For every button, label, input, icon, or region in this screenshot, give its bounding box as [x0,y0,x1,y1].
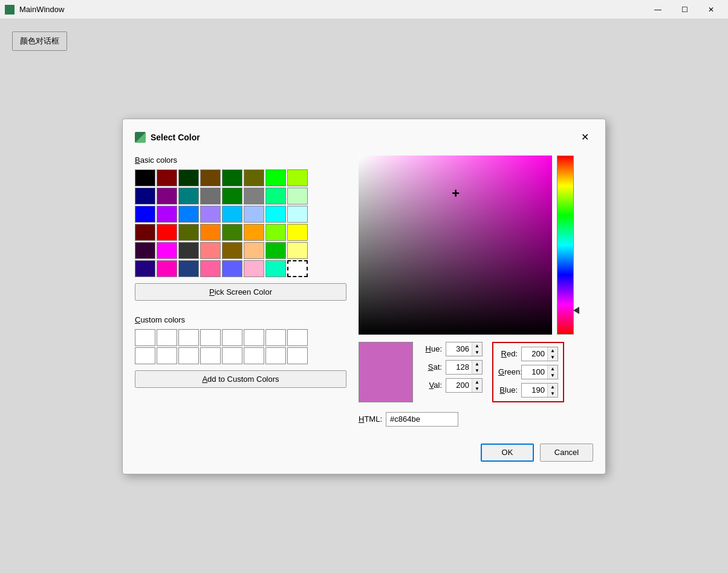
basic-color-swatch[interactable] [222,169,242,186]
dialog-close-button[interactable]: ✕ [576,129,593,146]
sat-up-button[interactable]: ▲ [472,361,482,367]
ok-button[interactable]: OK [481,444,534,462]
custom-color-swatch[interactable] [244,347,264,364]
blue-down-button[interactable]: ▼ [548,390,557,397]
basic-color-swatch[interactable] [265,169,286,186]
val-spinbox[interactable]: 200 ▲ ▼ [446,378,483,393]
basic-color-swatch[interactable] [265,224,286,241]
custom-color-swatch[interactable] [178,329,199,346]
minimize-button[interactable]: — [646,0,670,19]
basic-color-swatch[interactable] [178,242,199,259]
basic-color-swatch[interactable] [222,260,242,277]
basic-color-swatch[interactable] [157,224,177,241]
basic-color-swatch[interactable] [222,206,242,223]
custom-color-swatch[interactable] [178,347,199,364]
green-spinbox[interactable]: 100 ▲ ▼ [521,365,558,379]
green-input[interactable]: 100 [522,365,547,379]
green-up-button[interactable]: ▲ [548,365,557,372]
custom-color-swatch[interactable] [287,347,308,364]
basic-color-swatch[interactable] [265,206,286,223]
basic-color-swatch[interactable] [135,260,155,277]
val-up-button[interactable]: ▲ [472,379,482,385]
basic-color-swatch[interactable] [200,206,221,223]
html-color-input[interactable]: #c864be [386,412,458,427]
basic-color-swatch[interactable] [178,224,199,241]
basic-color-swatch[interactable] [157,242,177,259]
pick-screen-color-button[interactable]: Pick Screen Color [135,283,346,301]
val-down-button[interactable]: ▼ [472,385,482,392]
basic-color-swatch[interactable] [135,188,155,205]
custom-color-swatch[interactable] [265,329,286,346]
basic-color-swatch[interactable] [157,206,177,223]
custom-color-swatch[interactable] [222,329,242,346]
hue-down-button[interactable]: ▼ [472,349,482,356]
custom-color-swatch[interactable] [200,347,221,364]
basic-color-swatch[interactable] [178,188,199,205]
custom-color-swatch[interactable] [157,347,177,364]
basic-color-swatch[interactable] [178,260,199,277]
close-window-button[interactable]: ✕ [699,0,723,19]
maximize-button[interactable]: ☐ [672,0,697,19]
add-to-custom-colors-button[interactable]: Add to Custom Colors [135,370,346,388]
green-down-button[interactable]: ▼ [548,372,557,379]
basic-color-swatch[interactable] [244,169,264,186]
red-spinbox[interactable]: 200 ▲ ▼ [521,347,558,361]
basic-color-swatch[interactable] [200,224,221,241]
hue-up-button[interactable]: ▲ [472,342,482,349]
basic-color-swatch[interactable] [244,242,264,259]
custom-color-swatch[interactable] [135,329,155,346]
custom-color-swatch[interactable] [222,347,242,364]
basic-color-swatch[interactable] [287,224,308,241]
sat-spinbox[interactable]: 128 ▲ ▼ [446,360,483,375]
hue-input[interactable]: 306 [446,342,472,356]
custom-color-swatch[interactable] [287,329,308,346]
basic-color-swatch[interactable] [178,169,199,186]
basic-color-swatch[interactable] [200,242,221,259]
basic-color-swatch[interactable] [200,169,221,186]
sat-down-button[interactable]: ▼ [472,367,482,374]
basic-color-swatch[interactable] [265,242,286,259]
basic-color-swatch[interactable] [135,224,155,241]
red-input[interactable]: 200 [522,347,547,361]
basic-color-swatch[interactable] [222,242,242,259]
basic-color-swatch[interactable] [200,188,221,205]
red-up-button[interactable]: ▲ [548,347,557,354]
basic-color-swatch[interactable] [287,260,308,277]
red-down-button[interactable]: ▼ [548,354,557,361]
basic-color-swatch[interactable] [222,188,242,205]
basic-color-swatch[interactable] [135,169,155,186]
basic-color-swatch[interactable] [157,260,177,277]
custom-color-swatch[interactable] [135,347,155,364]
basic-color-swatch[interactable] [287,169,308,186]
hue-spinbox[interactable]: 306 ▲ ▼ [446,342,483,356]
basic-color-swatch[interactable] [135,242,155,259]
cancel-button[interactable]: Cancel [540,444,593,462]
basic-color-swatch[interactable] [244,224,264,241]
basic-color-swatch[interactable] [244,188,264,205]
basic-color-swatch[interactable] [287,242,308,259]
basic-color-swatch[interactable] [244,206,264,223]
basic-color-swatch[interactable] [222,224,242,241]
blue-spinbox[interactable]: 190 ▲ ▼ [521,383,558,398]
basic-color-swatch[interactable] [200,260,221,277]
sat-input[interactable]: 128 [446,361,472,374]
val-input[interactable]: 200 [446,379,472,392]
basic-color-swatch[interactable] [287,206,308,223]
custom-color-swatch[interactable] [200,329,221,346]
basic-color-swatch[interactable] [135,206,155,223]
basic-color-swatch[interactable] [265,188,286,205]
basic-color-swatch[interactable] [265,260,286,277]
basic-color-swatch[interactable] [157,188,177,205]
basic-color-swatch[interactable] [157,169,177,186]
blue-input[interactable]: 190 [522,384,547,397]
hue-field-row: Hue: 306 ▲ ▼ [423,342,483,356]
hue-slider[interactable] [557,156,574,335]
custom-color-swatch[interactable] [265,347,286,364]
basic-color-swatch[interactable] [178,206,199,223]
blue-up-button[interactable]: ▲ [548,384,557,390]
basic-color-swatch[interactable] [244,260,264,277]
color-gradient[interactable]: + [359,156,552,335]
custom-color-swatch[interactable] [157,329,177,346]
custom-color-swatch[interactable] [244,329,264,346]
basic-color-swatch[interactable] [287,188,308,205]
